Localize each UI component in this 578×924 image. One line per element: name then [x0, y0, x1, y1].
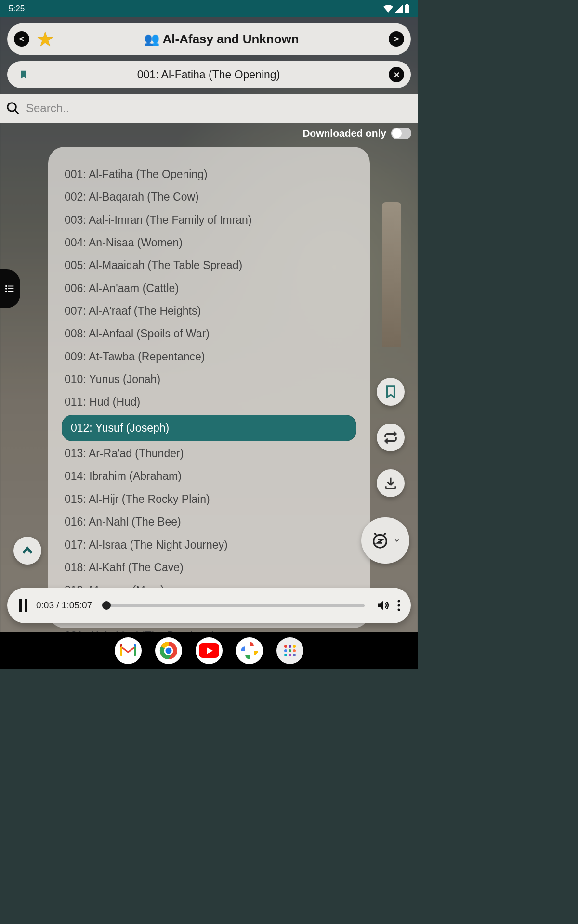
svg-point-24 — [284, 649, 287, 652]
gmail-icon — [120, 644, 136, 657]
chrome-icon — [159, 641, 178, 660]
background-minaret — [382, 202, 401, 346]
surah-item[interactable]: 017: Al-Israa (The Night Journey) — [62, 534, 356, 556]
seek-thumb[interactable] — [102, 601, 111, 610]
surah-item[interactable]: 002: Al-Baqarah (The Cow) — [62, 186, 356, 208]
svg-point-7 — [6, 286, 7, 287]
dock-app-chrome[interactable] — [155, 637, 182, 664]
surah-item[interactable]: 005: Al-Maaidah (The Table Spread) — [62, 254, 356, 277]
svg-rect-12 — [25, 599, 27, 612]
reciter-bar: < ★ 👥 Al-Afasy and Unknown > — [7, 23, 411, 55]
svg-line-3 — [15, 110, 19, 114]
surah-item[interactable]: 008: Al-Anfaal (Spoils of War) — [62, 322, 356, 345]
svg-rect-11 — [19, 599, 22, 612]
svg-point-13 — [398, 600, 400, 603]
status-time: 5:25 — [9, 4, 25, 13]
download-icon — [383, 476, 398, 490]
more-button[interactable] — [397, 600, 400, 611]
dock-app-youtube[interactable] — [196, 637, 223, 664]
surah-item[interactable]: 009: At-Tawba (Repentance) — [62, 346, 356, 368]
audio-player: 0:03 / 1:05:07 — [7, 588, 411, 623]
youtube-icon — [199, 643, 219, 658]
dock-app-drawer[interactable] — [276, 637, 303, 664]
svg-point-27 — [284, 654, 287, 656]
download-fab[interactable] — [377, 469, 405, 497]
svg-rect-1 — [406, 4, 408, 5]
battery-icon — [405, 4, 409, 13]
svg-point-15 — [398, 609, 400, 611]
surah-item[interactable]: 006: Al-An'aam (Cattle) — [62, 277, 356, 300]
close-button[interactable]: ✕ — [389, 67, 404, 82]
current-surah-label[interactable]: 001: Al-Fatiha (The Opening) — [28, 68, 389, 81]
search-bar — [0, 94, 418, 123]
surah-item[interactable]: 001: Al-Fatiha (The Opening) — [62, 163, 356, 186]
surah-item[interactable]: 016: An-Nahl (The Bee) — [62, 511, 356, 533]
dock-app-photos[interactable] — [236, 637, 263, 664]
svg-point-25 — [289, 649, 291, 652]
surah-item[interactable]: 013: Ar-Ra'ad (Thunder) — [62, 442, 356, 465]
downloaded-only-toggle[interactable] — [391, 128, 411, 139]
svg-point-26 — [293, 649, 296, 652]
photos-icon — [241, 642, 258, 659]
signal-icon — [395, 5, 403, 13]
nav-dock — [0, 632, 418, 669]
bookmark-icon — [383, 385, 398, 399]
status-icons — [383, 4, 409, 13]
bookmark-icon[interactable] — [19, 70, 28, 79]
pause-button[interactable] — [18, 599, 28, 612]
side-list-tab[interactable] — [0, 270, 20, 308]
apps-icon — [283, 644, 297, 657]
surah-item[interactable]: 015: Al-Hijr (The Rocky Plain) — [62, 488, 356, 511]
svg-point-8 — [6, 288, 7, 289]
search-input[interactable] — [26, 102, 412, 115]
status-bar: 5:25 — [0, 0, 418, 17]
dock-app-gmail[interactable] — [115, 637, 142, 664]
reciter-title[interactable]: 👥 Al-Afasy and Unknown — [54, 32, 389, 47]
search-icon — [6, 101, 20, 116]
svg-point-2 — [8, 103, 16, 112]
seek-slider[interactable] — [104, 604, 365, 607]
surah-item[interactable]: 012: Yusuf (Joseph) — [62, 415, 356, 441]
wifi-icon — [383, 5, 393, 13]
surah-item[interactable]: 004: An-Nisaa (Women) — [62, 231, 356, 254]
svg-point-28 — [289, 654, 291, 656]
list-icon — [5, 283, 15, 294]
chevron-up-icon — [20, 543, 35, 558]
svg-point-9 — [6, 291, 7, 292]
svg-point-29 — [293, 654, 296, 656]
snooze-icon — [370, 531, 390, 550]
collapse-fab[interactable] — [13, 537, 41, 565]
next-reciter-button[interactable]: > — [389, 31, 404, 47]
bookmark-fab[interactable] — [377, 378, 405, 406]
favorite-star-icon[interactable]: ★ — [36, 27, 54, 51]
player-time: 0:03 / 1:05:07 — [36, 600, 92, 611]
repeat-icon — [383, 430, 398, 445]
svg-point-14 — [398, 604, 400, 607]
prev-reciter-button[interactable]: < — [14, 31, 29, 47]
sleep-timer-fab[interactable] — [361, 517, 409, 564]
surah-item[interactable]: 011: Hud (Hud) — [62, 391, 356, 413]
surah-item[interactable]: 010: Yunus (Jonah) — [62, 368, 356, 391]
chevron-down-icon — [394, 537, 400, 544]
svg-point-23 — [293, 645, 296, 648]
volume-button[interactable] — [376, 599, 390, 612]
surah-item[interactable]: 018: Al-Kahf (The Cave) — [62, 556, 356, 579]
svg-rect-0 — [405, 5, 409, 13]
filter-row: Downloaded only — [0, 123, 418, 142]
svg-point-22 — [289, 645, 291, 648]
svg-point-21 — [284, 645, 287, 648]
repeat-fab[interactable] — [377, 424, 405, 451]
surah-item[interactable]: 003: Aal-i-Imran (The Family of Imran) — [62, 209, 356, 231]
surah-item[interactable]: 007: Al-A'raaf (The Heights) — [62, 300, 356, 322]
surah-list-card: 001: Al-Fatiha (The Opening)002: Al-Baqa… — [48, 147, 370, 628]
surah-item[interactable]: 014: Ibrahim (Abraham) — [62, 465, 356, 488]
downloaded-only-label: Downloaded only — [302, 128, 386, 139]
current-surah-bar: 001: Al-Fatiha (The Opening) ✕ — [7, 61, 411, 88]
